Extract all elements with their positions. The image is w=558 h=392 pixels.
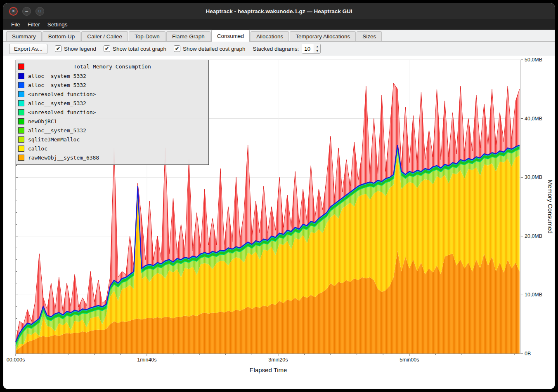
legend-item-label: calloc [28,146,47,152]
show-legend-checkbox-box: ✔ [55,45,61,52]
heaptrack-window: × – □ Heaptrack - heaptrack.wakunode.1.g… [3,3,555,389]
legend-item: alloc__system_5332 [16,126,208,135]
menu-item-settings-label: Settings [47,21,68,28]
legend-item: sqlite3MemMalloc [16,135,208,144]
legend-item: alloc__system_5332 [16,99,208,108]
legend-item-label: sqlite3MemMalloc [28,136,80,143]
tab-caller-callee[interactable]: Caller / Callee [81,31,128,41]
menu-item-file[interactable]: File [7,19,24,30]
tab-temporary-allocations[interactable]: Temporary Allocations [290,31,356,41]
tab-bottom-up[interactable]: Bottom-Up [43,31,81,41]
x-tick-label: 1min40s [137,357,156,363]
show-total-cost-graph-checkbox-label: Show total cost graph [113,46,166,52]
chart-legend: Total Memory Consumption alloc__system_5… [16,60,209,165]
stacked-diagrams-spinbox[interactable]: ▲ ▼ [302,44,321,54]
tab-flame-graph[interactable]: Flame Graph [166,31,210,41]
y-tick-label: 0B [525,351,531,357]
close-button[interactable]: × [9,7,18,16]
tab-bar: Summary Bottom-Up Caller / Callee Top-Do… [3,30,555,42]
desktop-background: × – □ Heaptrack - heaptrack.wakunode.1.g… [0,0,558,392]
menu-item-filter[interactable]: Filter [24,19,44,30]
window-controls: × – □ [9,3,44,19]
legend-swatch [18,127,24,134]
legend-item: <unresolved function> [16,108,208,117]
legend-swatch [18,155,24,161]
y-tick-label: 30,0MB [525,174,542,180]
menu-item-file-label: File [11,21,20,28]
legend-swatch [18,146,24,152]
legend-swatch [18,100,24,106]
legend-item-label: newObjRC1 [28,118,57,124]
legend-swatch [18,118,24,124]
legend-item: alloc__system_5332 [16,71,208,80]
toolbar: Export As... ✔ Show legend ✔ Show total … [3,42,555,56]
legend-swatch [18,109,24,115]
legend-item: <unresolved function> [16,89,208,99]
show-legend-checkbox[interactable]: ✔ Show legend [55,45,96,52]
legend-item-label: <unresolved function> [28,109,96,115]
spin-buttons: ▲ ▼ [314,44,320,53]
titlebar: × – □ Heaptrack - heaptrack.wakunode.1.g… [3,3,555,19]
spin-up-button[interactable]: ▲ [314,44,320,49]
y-tick-label: 40,0MB [525,116,542,122]
x-tick-label: 5min00s [400,357,419,363]
x-tick-label: 3min20s [268,357,288,363]
y-tick-label: 10,0MB [525,292,542,298]
legend-item-label: rawNewObj__system_6388 [28,155,99,161]
legend-item: rawNewObj__system_6388 [16,153,208,162]
legend-item: calloc [16,144,208,153]
chart-area: 00.000s1min40s3min20s5min00s0B10,0MB20,0… [3,56,555,389]
legend-swatch [18,73,24,79]
tab-top-down[interactable]: Top-Down [129,31,166,41]
tab-summary[interactable]: Summary [6,31,42,41]
menu-item-settings[interactable]: Settings [44,19,71,30]
legend-title-row: Total Memory Consumption [16,62,208,71]
window-title: Heaptrack - heaptrack.wakunode.1.gz — He… [206,8,352,14]
legend-swatch [18,82,24,88]
legend-item-label: alloc__system_5332 [28,82,86,88]
y-tick-label: 20,0MB [525,233,542,239]
y-axis-label: Memory Consumed [547,180,554,234]
tab-sizes[interactable]: Sizes [357,31,382,41]
legend-item-label: alloc__system_5332 [28,73,86,79]
stacked-diagrams-label: Stacked diagrams: [253,46,299,52]
stacked-diagrams-input[interactable] [302,44,314,53]
menu-item-filter-label: Filter [28,21,40,28]
legend-item: newObjRC1 [16,117,208,126]
legend-swatch [18,136,24,143]
show-legend-checkbox-label: Show legend [64,46,96,52]
legend-item: alloc__system_5332 [16,80,208,89]
show-detailed-cost-graph-checkbox-box: ✔ [174,45,180,52]
x-tick-label: 00.000s [7,357,25,363]
tab-consumed[interactable]: Consumed [211,30,250,42]
legend-swatch [18,91,24,97]
show-detailed-cost-graph-checkbox-label: Show detailed cost graph [183,46,246,52]
legend-title-swatch [18,63,24,70]
menubar: File Filter Settings [3,19,555,30]
show-detailed-cost-graph-checkbox[interactable]: ✔ Show detailed cost graph [174,45,246,52]
stacked-diagrams-group: Stacked diagrams: ▲ ▼ [253,44,321,54]
show-total-cost-graph-checkbox[interactable]: ✔ Show total cost graph [104,45,166,52]
legend-title: Total Memory Consumption [16,63,208,70]
legend-item-label: alloc__system_5332 [28,127,86,134]
export-as-button[interactable]: Export As... [9,44,47,54]
y-tick-label: 50,0MB [525,57,542,63]
tab-allocations[interactable]: Allocations [251,31,289,41]
maximize-button[interactable]: □ [35,7,44,16]
spin-down-button[interactable]: ▼ [314,49,320,53]
show-total-cost-graph-checkbox-box: ✔ [104,45,110,52]
minimize-button[interactable]: – [22,7,31,16]
legend-item-label: <unresolved function> [28,91,96,97]
x-axis-label: Elapsed Time [250,366,287,373]
legend-item-label: alloc__system_5332 [28,100,86,106]
